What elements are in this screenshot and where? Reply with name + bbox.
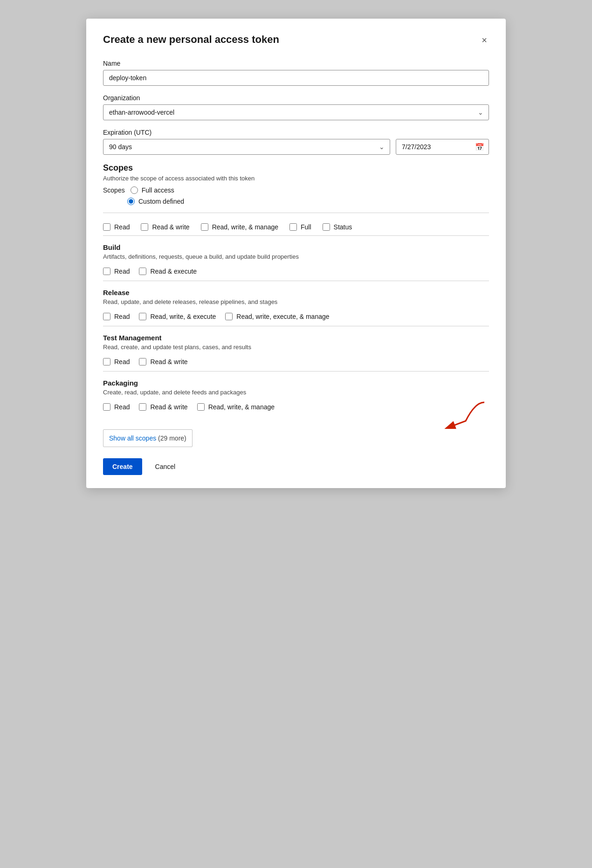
- test-mgmt-read-checkbox[interactable]: [103, 358, 110, 365]
- test-management-options: Read Read & write: [103, 356, 489, 367]
- create-token-modal: Create a new personal access token × Nam…: [86, 19, 506, 488]
- perm-full-checkbox[interactable]: [289, 223, 297, 231]
- name-group: Name: [103, 60, 489, 86]
- packaging-desc: Create, read, update, and delete feeds a…: [103, 389, 489, 396]
- packaging-read-write[interactable]: Read & write: [139, 403, 187, 411]
- build-read-checkbox[interactable]: [103, 268, 110, 275]
- packaging-read-checkbox[interactable]: [103, 403, 110, 411]
- perm-read-label: Read: [114, 223, 130, 231]
- test-management-desc: Read, create, and update test plans, cas…: [103, 344, 489, 351]
- release-section: Release Read, update, and delete release…: [103, 281, 489, 326]
- scopes-field-label: Scopes: [103, 186, 125, 194]
- build-read[interactable]: Read: [103, 268, 130, 275]
- modal-header: Create a new personal access token ×: [103, 34, 489, 47]
- expiration-select[interactable]: 30 days 60 days 90 days 180 days 1 year …: [103, 139, 390, 155]
- release-read-label: Read: [114, 313, 130, 320]
- packaging-read-write-checkbox[interactable]: [139, 403, 146, 411]
- perm-read-checkbox[interactable]: [103, 223, 110, 231]
- perm-read[interactable]: Read: [103, 223, 130, 231]
- show-all-scopes-link[interactable]: Show all scopes: [109, 434, 156, 442]
- packaging-options: Read Read & write Read, write, & manage: [103, 401, 489, 413]
- expiration-row: 30 days 60 days 90 days 180 days 1 year …: [103, 139, 489, 155]
- packaging-read[interactable]: Read: [103, 403, 130, 411]
- test-mgmt-read[interactable]: Read: [103, 358, 130, 365]
- release-desc: Read, update, and delete releases, relea…: [103, 298, 489, 305]
- org-select-wrapper: ethan-arrowood-vercel ⌄: [103, 104, 489, 120]
- custom-defined-label: Custom defined: [138, 198, 184, 205]
- build-options: Read Read & execute: [103, 266, 489, 277]
- release-title: Release: [103, 289, 489, 296]
- release-read-write-execute[interactable]: Read, write, & execute: [139, 313, 216, 320]
- show-all-more-text: (29 more): [156, 434, 186, 442]
- name-input[interactable]: [103, 70, 489, 86]
- cancel-button[interactable]: Cancel: [148, 458, 183, 475]
- test-mgmt-read-label: Read: [114, 358, 130, 365]
- date-input[interactable]: [396, 139, 489, 155]
- test-management-section: Test Management Read, create, and update…: [103, 326, 489, 371]
- packaging-section: Packaging Create, read, update, and dele…: [103, 371, 489, 416]
- perm-full[interactable]: Full: [289, 223, 311, 231]
- expiration-label: Expiration (UTC): [103, 129, 489, 136]
- show-all-container: Show all scopes (29 more): [103, 421, 489, 447]
- build-desc: Artifacts, definitions, requests, queue …: [103, 253, 489, 260]
- perm-status-label: Status: [334, 223, 352, 231]
- packaging-read-write-manage-label: Read, write, & manage: [208, 403, 275, 411]
- org-label: Organization: [103, 94, 489, 102]
- release-read-checkbox[interactable]: [103, 313, 110, 320]
- org-group: Organization ethan-arrowood-vercel ⌄: [103, 94, 489, 120]
- scopes-label-row[interactable]: Scopes Full access: [103, 186, 489, 194]
- packaging-read-write-manage[interactable]: Read, write, & manage: [197, 403, 275, 411]
- packaging-read-write-manage-checkbox[interactable]: [197, 403, 205, 411]
- build-read-execute-label: Read & execute: [150, 268, 197, 275]
- full-access-radio[interactable]: [131, 186, 138, 194]
- perm-status-checkbox[interactable]: [323, 223, 330, 231]
- release-read[interactable]: Read: [103, 313, 130, 320]
- custom-defined-radio-label[interactable]: Custom defined: [103, 198, 489, 205]
- release-read-write-execute-manage-label: Read, write, execute, & manage: [236, 313, 329, 320]
- test-mgmt-read-write-label: Read & write: [150, 358, 187, 365]
- close-button[interactable]: ×: [480, 34, 489, 47]
- perm-full-label: Full: [301, 223, 311, 231]
- custom-defined-radio[interactable]: [127, 198, 135, 205]
- expiration-select-wrapper: 30 days 60 days 90 days 180 days 1 year …: [103, 139, 390, 155]
- build-read-execute-checkbox[interactable]: [139, 268, 146, 275]
- packaging-read-write-label: Read & write: [150, 403, 187, 411]
- test-management-title: Test Management: [103, 334, 489, 342]
- footer-buttons: Create Cancel: [103, 458, 489, 475]
- packaging-read-label: Read: [114, 403, 130, 411]
- perm-read-write[interactable]: Read & write: [141, 223, 189, 231]
- full-access-label: Full access: [142, 186, 174, 194]
- date-input-wrapper: 📅: [396, 139, 489, 155]
- perm-read-write-checkbox[interactable]: [141, 223, 148, 231]
- release-read-write-execute-manage-checkbox[interactable]: [225, 313, 233, 320]
- perm-read-write-label: Read & write: [152, 223, 189, 231]
- show-all-row: Show all scopes (29 more): [103, 429, 193, 447]
- create-button[interactable]: Create: [103, 458, 142, 475]
- packaging-title: Packaging: [103, 379, 489, 387]
- permissions-header-row: Read Read & write Read, write, & manage …: [103, 219, 489, 235]
- perm-read-write-manage-checkbox[interactable]: [201, 223, 208, 231]
- release-read-write-execute-checkbox[interactable]: [139, 313, 146, 320]
- modal-title: Create a new personal access token: [103, 34, 279, 46]
- divider-1: [103, 213, 489, 213]
- perm-status[interactable]: Status: [323, 223, 352, 231]
- perm-read-write-manage-label: Read, write, & manage: [212, 223, 278, 231]
- scopes-subtitle: Authorize the scope of access associated…: [103, 175, 489, 182]
- release-read-write-execute-label: Read, write, & execute: [150, 313, 216, 320]
- expiration-group: Expiration (UTC) 30 days 60 days 90 days…: [103, 129, 489, 155]
- name-label: Name: [103, 60, 489, 67]
- release-read-write-execute-manage[interactable]: Read, write, execute, & manage: [225, 313, 329, 320]
- test-mgmt-read-write[interactable]: Read & write: [139, 358, 187, 365]
- scopes-title: Scopes: [103, 163, 489, 173]
- build-section: Build Artifacts, definitions, requests, …: [103, 235, 489, 281]
- scopes-section: Scopes Authorize the scope of access ass…: [103, 163, 489, 416]
- build-read-execute[interactable]: Read & execute: [139, 268, 197, 275]
- build-title: Build: [103, 243, 489, 251]
- perm-read-write-manage[interactable]: Read, write, & manage: [201, 223, 278, 231]
- scope-radio-group: Scopes Full access Custom defined: [103, 186, 489, 205]
- build-read-label: Read: [114, 268, 130, 275]
- org-select[interactable]: ethan-arrowood-vercel: [103, 104, 489, 120]
- release-options: Read Read, write, & execute Read, write,…: [103, 311, 489, 322]
- test-mgmt-read-write-checkbox[interactable]: [139, 358, 146, 365]
